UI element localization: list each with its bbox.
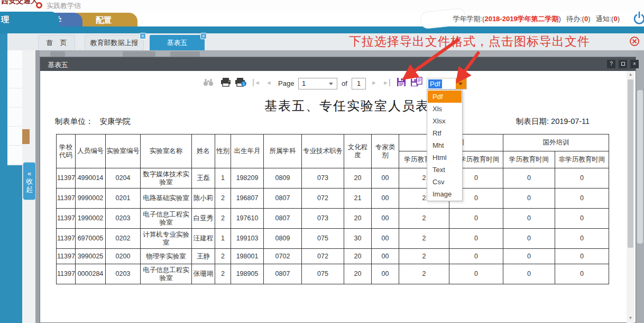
- table-cell: 21: [344, 189, 372, 209]
- scrollbar-thumb[interactable]: [628, 79, 633, 248]
- logout-power-icon[interactable]: [633, 11, 644, 25]
- export-format-dropdown-button[interactable]: [456, 78, 466, 89]
- sidebar-selected-item[interactable]: [22, 129, 30, 144]
- col-header: 文化程度: [344, 134, 372, 168]
- table-cell: 2: [399, 264, 449, 284]
- close-icon[interactable]: ×: [630, 60, 639, 68]
- table-cell: 4990014: [76, 168, 106, 189]
- table-cell: 0204: [106, 168, 141, 189]
- table-cell: 1990002: [76, 209, 106, 229]
- dialog-titlebar[interactable]: 基表五: [40, 57, 636, 71]
- dropdown-option-html[interactable]: Html: [428, 151, 462, 164]
- next-page-icon[interactable]: ►: [371, 79, 377, 86]
- screen: 西安交通大 实践教学信 配置 教学 理 学年学期:(2018-2019学年第二学…: [0, 0, 644, 323]
- table-cell: 11397: [57, 168, 76, 189]
- table-cell: 196807: [231, 189, 264, 209]
- scroll-down-icon[interactable]: ▼: [627, 315, 634, 322]
- scroll-up-icon[interactable]: ▲: [627, 71, 634, 78]
- dropdown-option-xls[interactable]: Xls: [428, 103, 462, 115]
- table-cell: 0: [503, 229, 555, 249]
- dropdown-option-xlsx[interactable]: Xlsx: [428, 115, 462, 127]
- table-cell: 198905: [231, 264, 264, 284]
- annotation-close-icon[interactable]: [629, 36, 640, 47]
- table-cell: 073: [302, 209, 344, 229]
- report-title: 基表五、专任实验室人员表: [146, 97, 548, 114]
- table-cell: 00: [372, 168, 399, 189]
- dimmed-left-strip: [35, 50, 40, 323]
- table-cell: 0: [555, 209, 609, 229]
- table-cell: 0809: [264, 229, 302, 249]
- todo-counter[interactable]: 待办:(0): [566, 14, 591, 24]
- scrollbar[interactable]: ▲ ▼: [627, 71, 634, 323]
- maximize-icon[interactable]: [619, 60, 627, 68]
- export-save-as-icon[interactable]: [410, 77, 423, 87]
- table-cell: 00: [372, 189, 399, 209]
- table-cell: 0: [503, 168, 555, 189]
- table-cell: 0: [555, 189, 609, 209]
- dimmed-icon: [123, 51, 155, 57]
- search-binoculars-icon[interactable]: [203, 78, 214, 86]
- table-cell: 11397: [57, 189, 76, 209]
- export-format-combobox[interactable]: Pdf: [427, 78, 467, 89]
- dropdown-option-image[interactable]: Image: [428, 188, 462, 200]
- table-cell: 20: [344, 168, 372, 189]
- col-header: 非学历教育时间: [555, 151, 609, 168]
- table-cell: 0807: [264, 209, 302, 229]
- table-cell: 072: [302, 249, 344, 264]
- table-cell: 物理学实验室: [141, 249, 192, 264]
- table-cell: 2: [215, 264, 231, 284]
- table-cell: 0: [555, 249, 609, 264]
- export-save-icon[interactable]: [396, 77, 407, 87]
- print-page-setup-icon[interactable]: 1: [235, 77, 247, 87]
- annotation-text: 下拉选择导出文件格式，点击图标导出文件: [349, 33, 590, 50]
- table-cell: 0: [555, 229, 609, 249]
- page-select[interactable]: 1: [298, 78, 337, 89]
- table-cell: 电路基础实验室: [141, 189, 192, 209]
- page-value: 1: [302, 79, 306, 87]
- browser-strip: 西安交通大 实践教学信: [0, 0, 644, 12]
- term-value: 2018-2019学年第二学期: [484, 15, 558, 23]
- table-cell: 00: [372, 249, 399, 264]
- table-cell: 陈小莉: [192, 189, 215, 209]
- help-icon[interactable]: ?: [607, 60, 615, 68]
- close-subtab-icon[interactable]: ×: [200, 33, 207, 39]
- table-cell: 0202: [106, 229, 141, 249]
- table-row: 1139700002840203电子信息工程实验室张珊瑚219890508070…: [57, 264, 609, 284]
- table-cell: 0: [503, 189, 555, 209]
- table-cell: 王静: [192, 249, 215, 264]
- term-text: 学年学期:(2018-2019学年第二学期): [453, 14, 560, 24]
- sidebar-collapse-button[interactable]: « 收 起: [23, 162, 36, 200]
- table-cell: 30: [344, 229, 372, 249]
- last-page-icon[interactable]: ►: [383, 79, 390, 86]
- dropdown-option-csv[interactable]: Csv: [428, 176, 462, 188]
- table-cell: 0: [449, 209, 503, 229]
- table-cell: 20: [344, 264, 372, 284]
- sidebar-lower: [0, 165, 22, 323]
- table-cell: 白亚秀: [192, 209, 215, 229]
- prev-page-icon[interactable]: ◄: [266, 79, 272, 86]
- table-cell: 075: [302, 229, 344, 249]
- print-icon[interactable]: [220, 77, 231, 87]
- dimmed-right-panel: [637, 90, 643, 244]
- dropdown-option-mht[interactable]: Mht: [428, 139, 462, 151]
- dropdown-option-pdf[interactable]: Pdf: [428, 91, 462, 103]
- dropdown-option-text[interactable]: Text: [428, 164, 462, 176]
- table-cell: 072: [302, 189, 344, 209]
- browser-tab-title[interactable]: 实践教学信: [47, 1, 81, 11]
- browser-window-title: 西安交通大: [1, 0, 38, 6]
- table-row: 1139749900140204数字媒体技术实验室王磊1198209080907…: [57, 168, 609, 189]
- subtab-moe-data-upload[interactable]: 教育部数据上报: [85, 35, 144, 50]
- table-cell: 1: [215, 229, 231, 249]
- notice-counter[interactable]: 通知:(0): [595, 14, 620, 24]
- collapse-arrow-icon: «: [27, 169, 31, 177]
- table-row: 1139719900020203电子信息工程实验室白亚秀219761008070…: [57, 209, 609, 229]
- close-subtab-icon[interactable]: ×: [140, 33, 146, 39]
- first-page-icon[interactable]: ◄: [253, 79, 260, 86]
- table-cell: 198209: [231, 168, 264, 189]
- dropdown-option-rtf[interactable]: Rtf: [428, 127, 462, 139]
- dimmed-icon: [170, 51, 200, 57]
- subtab-home[interactable]: 首 页: [38, 35, 75, 50]
- subtab-table5[interactable]: 基表五: [150, 35, 205, 50]
- report-unit-value: 安康学院: [100, 117, 131, 125]
- svg-text:1: 1: [243, 82, 245, 86]
